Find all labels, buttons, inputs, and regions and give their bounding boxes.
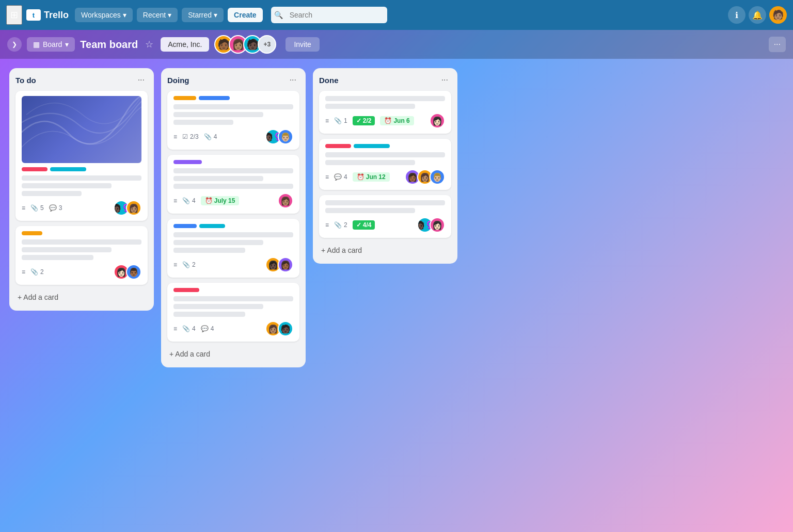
user-avatar[interactable]: 🧑🏽: [769, 6, 787, 24]
search-icon: 🔍: [274, 11, 283, 19]
card-doing-1[interactable]: ≡ ☑ 2/3 📎 4 🧑🏿‍♀️ 👨🏼: [167, 91, 299, 150]
card-doing-3[interactable]: ≡ 📎 2 👩🏿 👩🏾: [167, 219, 299, 278]
invite-button[interactable]: Invite: [286, 37, 319, 52]
add-card-button-todo[interactable]: + Add a card: [15, 290, 148, 304]
card-footer: ≡ 📎 4 ⏰ July 15 👩🏽: [173, 193, 293, 208]
card-avatar: 👩🏽: [278, 193, 293, 208]
card-footer: ≡ 📎 2 ✓ 4/4 🧑🏿‍♀️ 👩🏻: [325, 217, 445, 233]
board-view-icon: ▦: [33, 40, 40, 49]
label-pink: [173, 288, 199, 292]
label-pink: [22, 167, 47, 171]
notifications-button[interactable]: 🔔: [749, 6, 766, 24]
checklist-badge: ✓ 4/4: [353, 220, 375, 230]
column-doing-menu[interactable]: ···: [287, 74, 299, 86]
starred-menu[interactable]: Starred ▾: [182, 8, 224, 22]
column-done-title: Done: [319, 76, 339, 85]
text-line: [325, 160, 415, 165]
column-done-menu[interactable]: ···: [438, 74, 451, 86]
text-line: [325, 208, 415, 213]
board-title: Team board: [80, 39, 138, 51]
card-avatar: 🧑🏿: [278, 321, 293, 336]
nav-right-actions: ℹ 🔔 🧑🏽: [728, 6, 787, 24]
workspaces-menu[interactable]: Workspaces ▾: [75, 8, 133, 22]
board-view-button[interactable]: ▦ Board ▾: [27, 37, 75, 52]
card-footer: ≡ 📎 5 💬 3 🧑🏿‍♀️ 👩🏽: [22, 200, 141, 216]
label-yellow: [22, 231, 42, 235]
card-done-1[interactable]: ≡ 📎 1 ✓ 2/2 ⏰ Jun 6 👩🏻: [319, 91, 451, 134]
card-done-2[interactable]: ≡ 💬 4 ⏰ Jun 12 👩🏾 👩🏽 👨🏼: [319, 139, 451, 190]
text-line: [173, 112, 263, 117]
text-line: [22, 191, 82, 196]
search-wrapper: 🔍: [269, 7, 496, 23]
attachment-meta: 📎 4: [182, 197, 196, 204]
attachment-meta: 📎 4: [204, 133, 217, 140]
desc-meta: ≡: [173, 325, 177, 332]
comment-meta: 💬 4: [201, 325, 214, 332]
star-button[interactable]: ☆: [143, 37, 155, 52]
card-footer: ≡ 📎 2 👩🏻 👨🏾: [22, 264, 141, 280]
card-labels: [22, 231, 141, 235]
card-labels: [325, 144, 445, 148]
chevron-down-icon: ▾: [168, 11, 171, 19]
text-line: [173, 168, 293, 173]
card-footer: ≡ 📎 2 👩🏿 👩🏾: [173, 257, 293, 272]
card-avatars: 🧑🏿‍♀️ 👩🏽: [114, 200, 141, 216]
card-todo-2[interactable]: ≡ 📎 2 👩🏻 👨🏾: [15, 226, 148, 285]
desc-meta: ≡: [325, 221, 329, 229]
text-line: [173, 296, 293, 301]
column-done: Done ··· ≡ 📎 1 ✓ 2/2 ⏰ Jun 6: [313, 68, 457, 264]
text-line: [173, 248, 245, 253]
text-line: [325, 96, 445, 101]
card-text: [173, 168, 293, 189]
card-avatar: 👩🏾: [278, 257, 293, 272]
create-button[interactable]: Create: [228, 8, 263, 22]
checklist-badge: ✓ 2/2: [353, 116, 375, 125]
label-cyan: [50, 167, 86, 171]
check-icon: ✓: [356, 117, 361, 124]
text-line: [173, 176, 263, 181]
app-logo[interactable]: t Trello: [26, 9, 69, 21]
info-button[interactable]: ℹ: [728, 6, 746, 24]
card-avatars: 👩🏻 👨🏾: [114, 264, 141, 280]
grid-menu-icon[interactable]: ⊞: [6, 5, 22, 25]
column-todo-menu[interactable]: ···: [135, 74, 148, 86]
text-line: [325, 104, 415, 109]
due-date-badge: ⏰ Jun 12: [353, 172, 390, 182]
attachment-meta: 📎 5: [30, 204, 44, 212]
card-todo-1[interactable]: ≡ 📎 5 💬 3 🧑🏿‍♀️ 👩🏽: [15, 91, 148, 221]
text-line: [173, 120, 233, 125]
label-cyan: [354, 144, 390, 148]
card-labels: [173, 224, 293, 228]
attachment-meta: 📎 1: [334, 117, 347, 124]
add-card-button-done[interactable]: + Add a card: [319, 243, 451, 257]
text-line: [22, 255, 93, 260]
app-name: Trello: [44, 10, 69, 21]
text-line: [22, 175, 141, 181]
board-content: To do ··· ≡: [0, 59, 793, 532]
add-card-button-doing[interactable]: + Add a card: [167, 347, 299, 361]
text-line: [173, 184, 293, 189]
text-line: [173, 232, 293, 237]
due-date-badge: ⏰ July 15: [201, 196, 240, 205]
card-avatar: 👩🏻: [430, 217, 445, 233]
card-text: [325, 200, 445, 213]
card-doing-4[interactable]: ≡ 📎 4 💬 4 👩🏽 🧑🏿: [167, 283, 299, 342]
card-doing-2[interactable]: ≡ 📎 4 ⏰ July 15 👩🏽: [167, 155, 299, 214]
board-header: ❯ ▦ Board ▾ Team board ☆ Acme, Inc. 🧑🏾 👩…: [0, 30, 793, 59]
members-extra-badge[interactable]: +3: [258, 35, 276, 54]
column-todo: To do ··· ≡: [9, 68, 154, 311]
card-avatar: 👩🏽: [126, 200, 141, 216]
board-more-button[interactable]: ···: [769, 37, 786, 52]
search-input[interactable]: [271, 7, 387, 23]
trello-logo-icon: t: [26, 9, 41, 21]
recent-menu[interactable]: Recent ▾: [137, 8, 178, 22]
workspace-button[interactable]: Acme, Inc.: [161, 37, 209, 52]
card-avatar: 👨🏼: [278, 129, 293, 144]
card-done-3[interactable]: ≡ 📎 2 ✓ 4/4 🧑🏿‍♀️ 👩🏻: [319, 195, 451, 238]
card-text: [325, 96, 445, 109]
sidebar-collapse-button[interactable]: ❯: [7, 37, 22, 52]
card-text: [173, 232, 293, 253]
card-text: [173, 296, 293, 317]
card-footer: ≡ 💬 4 ⏰ Jun 12 👩🏾 👩🏽 👨🏼: [325, 169, 445, 185]
card-avatar: 👨🏼: [430, 169, 445, 185]
